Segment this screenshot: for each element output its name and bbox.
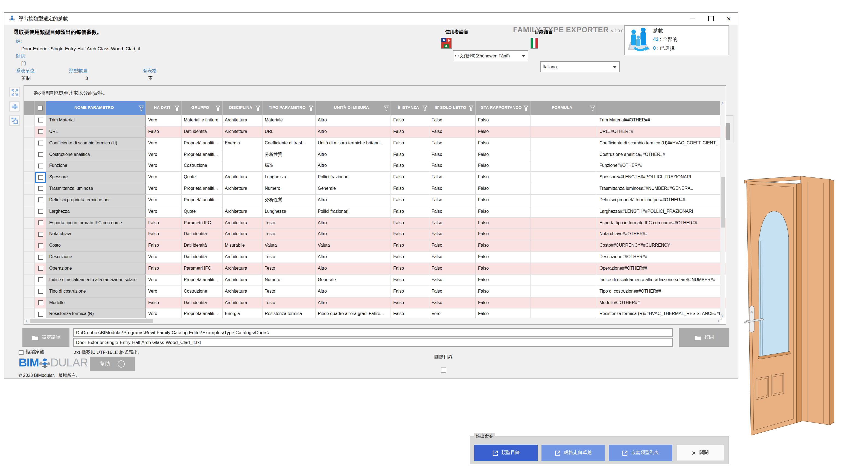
row-indicator[interactable]	[24, 160, 35, 172]
grid-cell[interactable]: Costo##CURRENCY##CURRENCY	[597, 240, 722, 252]
parameter-name-cell[interactable]: Coefficiente di scambio termico (U)	[46, 137, 146, 149]
grid-cell[interactable]: Vero	[146, 286, 182, 297]
grid-cell[interactable]	[530, 263, 597, 275]
grid-cell[interactable]: Falso	[476, 149, 530, 160]
select-all-header[interactable]	[35, 101, 46, 115]
row-checkbox-cell[interactable]	[35, 217, 46, 229]
grid-cell[interactable]: Dati identità	[182, 229, 223, 240]
grid-cell[interactable]: Architettura	[223, 217, 262, 229]
grid-cell[interactable]: Architettura	[223, 252, 262, 263]
parameter-name-cell[interactable]: URL	[46, 126, 146, 138]
grid-cell[interactable]: Falso	[476, 137, 530, 149]
grid-cell[interactable]: Architettura	[223, 275, 262, 286]
grid-cell[interactable]: Spessore##LENGTH##POLLICI_FRAZIONARI	[597, 172, 722, 183]
grid-cell[interactable]: Testo	[262, 217, 316, 229]
row-checkbox-cell[interactable]	[35, 275, 46, 286]
grid-cell[interactable]: Falso	[429, 172, 476, 183]
grid-cell[interactable]: Vero	[146, 160, 182, 172]
grid-cell[interactable]: Falso	[391, 229, 429, 240]
grid-cell[interactable]: Falso	[476, 195, 530, 206]
grid-cell[interactable]: Modello##OTHER##	[597, 297, 722, 309]
grid-cell[interactable]: Falso	[391, 286, 429, 297]
grid-cell[interactable]: Materiali e finiture	[182, 115, 223, 126]
group-icon[interactable]	[9, 116, 20, 126]
grid-cell[interactable]: Architettura	[223, 115, 262, 126]
grid-cell[interactable]: Proprietà analiti...	[182, 137, 223, 149]
row-indicator[interactable]	[24, 240, 35, 252]
row-checkbox[interactable]	[38, 209, 43, 214]
grid-cell[interactable]: Indice di riscaldamento alla radiazione …	[597, 275, 722, 286]
grid-cell[interactable]: Falso	[146, 217, 182, 229]
grid-cell[interactable]: Falso	[391, 252, 429, 263]
grid-cell[interactable]: Funzione##OTHER##	[597, 160, 722, 172]
row-checkbox-cell[interactable]	[35, 286, 46, 297]
grid-cell[interactable]: Falso	[476, 229, 530, 240]
grid-cell[interactable]: Falso	[476, 172, 530, 183]
row-checkbox[interactable]	[38, 266, 43, 271]
column-header-unit-di-misura[interactable]: UNITÀ DI MISURA	[316, 101, 391, 115]
grid-cell[interactable]: Lunghezza	[262, 172, 316, 183]
grid-cell[interactable]: Valuta	[316, 240, 391, 252]
international-catalog-checkbox[interactable]	[441, 368, 446, 373]
grid-cell[interactable]: Vero	[146, 115, 182, 126]
type-catalog-button[interactable]: 類型目錄	[474, 445, 538, 461]
row-checkbox[interactable]	[38, 152, 43, 157]
grid-cell[interactable]: Coefficiente di scambio termico (U)##HVA…	[597, 137, 722, 149]
select-all-checkbox[interactable]	[38, 105, 43, 111]
grid-cell[interactable]: Falso	[429, 275, 476, 286]
grid-cell[interactable]	[530, 217, 597, 229]
grid-cell[interactable]: Architettura	[223, 172, 262, 183]
grid-cell[interactable]	[530, 252, 597, 263]
grid-cell[interactable]: Falso	[391, 297, 429, 309]
grid-cell[interactable]	[530, 286, 597, 297]
grid-cell[interactable]: Falso	[391, 217, 429, 229]
grid-cell[interactable]: Falso	[391, 183, 429, 195]
close-button[interactable]: ✕	[720, 12, 738, 25]
column-header-export[interactable]	[597, 101, 722, 115]
column-header-tipo-parametro[interactable]: TIPO PARAMETRO	[262, 101, 316, 115]
duplicate-family-checkbox[interactable]	[19, 350, 24, 355]
file-name-input[interactable]: Door-Exterior-Single-Entry-Half Arch Gla…	[73, 338, 673, 347]
scroll-down-icon[interactable]: ∨	[721, 313, 723, 318]
parameter-name-cell[interactable]: Spessore	[46, 172, 146, 183]
column-header--istanza[interactable]: È ISTANZA	[391, 101, 429, 115]
grid-cell[interactable]: Esporta tipo in formato IFC con nome##OT…	[597, 217, 722, 229]
grid-cell[interactable]	[530, 297, 597, 309]
grid-cell[interactable]: Falso	[429, 115, 476, 126]
grid-cell[interactable]: Misurabile	[223, 240, 262, 252]
grid-cell[interactable]	[530, 183, 597, 195]
grid-cell[interactable]: Larghezza##LENGTH##POLLICI_FRAZIONARI	[597, 206, 722, 218]
row-indicator[interactable]	[24, 229, 35, 240]
grid-cell[interactable]: Falso	[391, 240, 429, 252]
minimize-button[interactable]	[684, 12, 702, 25]
grid-cell[interactable]: Tipo di costruzione##OTHER##	[597, 286, 722, 297]
grid-cell[interactable]: Falso	[476, 240, 530, 252]
grid-cell[interactable]: Falso	[429, 252, 476, 263]
grid-cell[interactable]: Falso	[146, 240, 182, 252]
group-hint-bar[interactable]: 將列標題拖曳至此處以分組資料。	[24, 86, 726, 101]
row-indicator[interactable]	[24, 137, 35, 149]
grid-cell[interactable]: Testo	[262, 229, 316, 240]
grid-cell[interactable]	[530, 275, 597, 286]
row-checkbox[interactable]	[38, 129, 43, 134]
expand-all-icon[interactable]	[9, 87, 20, 97]
column-header-nome-parametro[interactable]: NOME PARAMETRO	[46, 101, 146, 115]
column-header-ha-dati[interactable]: HA DATI	[146, 101, 182, 115]
row-checkbox-cell[interactable]	[35, 240, 46, 252]
row-checkbox-cell[interactable]	[35, 297, 46, 309]
grid-cell[interactable]: Quote	[182, 172, 223, 183]
grid-cell[interactable]: Falso	[429, 183, 476, 195]
grid-cell[interactable]: Falso	[391, 160, 429, 172]
grid-cell[interactable]	[223, 149, 262, 160]
grid-cell[interactable]: Altro	[316, 252, 391, 263]
row-checkbox[interactable]	[38, 243, 43, 248]
row-checkbox-cell[interactable]	[35, 160, 46, 172]
row-checkbox-cell[interactable]	[35, 126, 46, 138]
grid-cell[interactable]: Testo	[262, 297, 316, 309]
grid-cell[interactable]: Falso	[429, 206, 476, 218]
row-indicator[interactable]	[24, 206, 35, 218]
row-checkbox[interactable]	[38, 175, 43, 180]
grid-cell[interactable]	[530, 240, 597, 252]
grid-cell[interactable]: Proprietà analiti...	[182, 149, 223, 160]
column-header-gruppo[interactable]: GRUPPO	[182, 101, 223, 115]
